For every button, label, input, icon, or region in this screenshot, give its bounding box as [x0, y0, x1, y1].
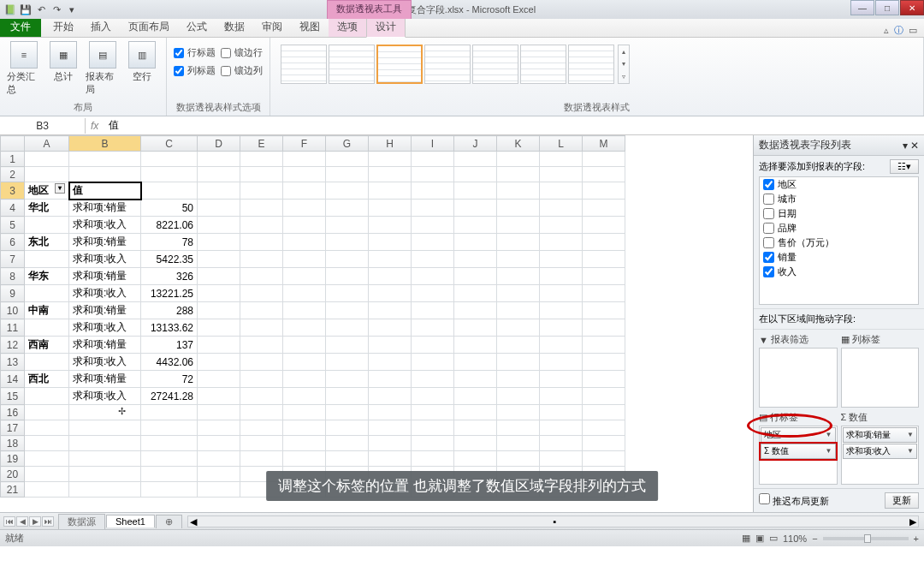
- horizontal-scrollbar[interactable]: ◀▪▶: [187, 515, 919, 527]
- cell[interactable]: [240, 182, 283, 200]
- cell[interactable]: [497, 251, 540, 268]
- cell[interactable]: [583, 200, 625, 217]
- cell[interactable]: [497, 302, 540, 319]
- col-header[interactable]: E: [240, 136, 283, 152]
- row-field-sigma-values[interactable]: Σ 数值▼: [761, 444, 836, 459]
- cell[interactable]: [454, 251, 497, 268]
- cell[interactable]: [326, 371, 369, 388]
- cell[interactable]: 地区▾: [25, 182, 69, 200]
- style-thumb-selected[interactable]: [376, 45, 423, 84]
- chk-banded-cols[interactable]: 镶边列: [221, 64, 263, 77]
- cell[interactable]: [412, 182, 454, 200]
- cell[interactable]: [240, 337, 283, 354]
- cell[interactable]: [25, 482, 69, 498]
- cell[interactable]: [326, 217, 369, 234]
- cell[interactable]: 东北: [25, 234, 69, 251]
- cell[interactable]: [454, 217, 497, 234]
- cell[interactable]: [540, 405, 583, 420]
- cell[interactable]: [454, 420, 497, 436]
- cell[interactable]: [497, 152, 540, 167]
- row-header[interactable]: 12: [1, 337, 25, 354]
- cell[interactable]: [583, 405, 625, 420]
- cell[interactable]: [540, 388, 583, 405]
- cell[interactable]: [141, 436, 198, 451]
- sheet-tab-source[interactable]: 数据源: [58, 514, 105, 529]
- cell[interactable]: [369, 152, 412, 167]
- cell[interactable]: [540, 234, 583, 251]
- cell[interactable]: 求和项:销量: [69, 268, 141, 285]
- style-thumb[interactable]: [520, 45, 566, 84]
- cell[interactable]: [198, 167, 240, 182]
- cell[interactable]: [141, 167, 198, 182]
- cell[interactable]: 求和项:收入: [69, 319, 141, 337]
- cell[interactable]: [283, 217, 326, 234]
- cell[interactable]: [283, 451, 326, 467]
- cell[interactable]: [412, 152, 454, 167]
- cell[interactable]: 华东: [25, 268, 69, 285]
- cell[interactable]: [454, 436, 497, 451]
- view-break-icon[interactable]: ▭: [769, 533, 778, 544]
- tab-home[interactable]: 开始: [44, 17, 82, 37]
- tab-page-layout[interactable]: 页面布局: [120, 17, 178, 37]
- cell[interactable]: [326, 167, 369, 182]
- cell[interactable]: [454, 152, 497, 167]
- cell[interactable]: [583, 388, 625, 405]
- zoom-in-button[interactable]: +: [914, 533, 919, 544]
- cell[interactable]: [369, 436, 412, 451]
- grandtotals-button[interactable]: ▦总计: [46, 41, 80, 83]
- field-checkbox[interactable]: 日期: [760, 206, 918, 221]
- row-header[interactable]: 1: [1, 152, 25, 167]
- cell[interactable]: [198, 217, 240, 234]
- cell[interactable]: [326, 152, 369, 167]
- cell[interactable]: 求和项:收入: [69, 251, 141, 268]
- cell[interactable]: [583, 234, 625, 251]
- cell[interactable]: [198, 451, 240, 467]
- cell[interactable]: [240, 251, 283, 268]
- cell[interactable]: 4432.06: [141, 354, 198, 371]
- cell[interactable]: 求和项:收入: [69, 388, 141, 405]
- cell[interactable]: [326, 420, 369, 436]
- row-header[interactable]: 7: [1, 251, 25, 268]
- cell[interactable]: [326, 182, 369, 200]
- cell[interactable]: [240, 371, 283, 388]
- cell[interactable]: [412, 436, 454, 451]
- cell[interactable]: [141, 152, 198, 167]
- help-icon[interactable]: ⓘ: [894, 24, 903, 37]
- undo-icon[interactable]: ↶: [34, 3, 48, 16]
- cell[interactable]: [240, 234, 283, 251]
- row-header[interactable]: 6: [1, 234, 25, 251]
- cell[interactable]: [540, 337, 583, 354]
- row-header[interactable]: 19: [1, 451, 25, 467]
- cell[interactable]: [25, 217, 69, 234]
- cell[interactable]: [454, 451, 497, 467]
- cell[interactable]: [412, 200, 454, 217]
- value-field-sales[interactable]: 求和项:销量▼: [843, 427, 918, 443]
- cell[interactable]: [454, 319, 497, 337]
- cell[interactable]: [326, 436, 369, 451]
- cell[interactable]: [240, 388, 283, 405]
- cell[interactable]: [69, 152, 141, 167]
- cell[interactable]: [369, 182, 412, 200]
- cell[interactable]: [283, 405, 326, 420]
- cell[interactable]: [141, 467, 198, 482]
- cell[interactable]: [412, 302, 454, 319]
- cell[interactable]: [283, 152, 326, 167]
- maximize-button[interactable]: □: [875, 0, 899, 15]
- cell[interactable]: [540, 436, 583, 451]
- cell[interactable]: [497, 405, 540, 420]
- cell[interactable]: [326, 319, 369, 337]
- cell[interactable]: [25, 251, 69, 268]
- cell[interactable]: [369, 388, 412, 405]
- cell[interactable]: [69, 451, 141, 467]
- cell[interactable]: [69, 167, 141, 182]
- cell[interactable]: [326, 285, 369, 302]
- view-layout-icon[interactable]: ▣: [755, 533, 764, 544]
- cell[interactable]: [198, 482, 240, 498]
- redo-icon[interactable]: ↷: [50, 3, 63, 16]
- cell[interactable]: [454, 167, 497, 182]
- row-header[interactable]: 21: [1, 482, 25, 498]
- cell[interactable]: [540, 319, 583, 337]
- area-filter-box[interactable]: [759, 348, 838, 408]
- cell[interactable]: [69, 482, 141, 498]
- cell[interactable]: [198, 337, 240, 354]
